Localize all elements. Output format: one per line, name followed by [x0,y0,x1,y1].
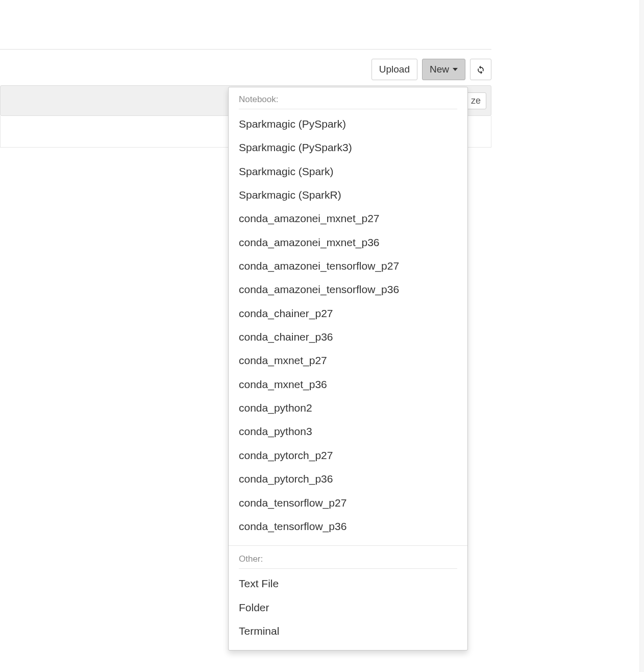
dropdown-item-other[interactable]: Terminal [229,619,467,643]
chevron-down-icon [453,68,458,71]
dropdown-item-notebook[interactable]: Sparkmagic (PySpark) [229,112,467,136]
divider [229,545,467,546]
dropdown-item-notebook[interactable]: conda_chainer_p36 [229,325,467,349]
dropdown-item-other[interactable]: Folder [229,596,467,619]
refresh-icon [476,64,486,75]
dropdown-item-notebook[interactable]: conda_amazonei_mxnet_p27 [229,207,467,230]
dropdown-item-notebook[interactable]: conda_tensorflow_p36 [229,515,467,538]
size-column-header[interactable]: ze [465,92,486,109]
dropdown-item-notebook[interactable]: conda_mxnet_p36 [229,373,467,396]
divider [239,109,457,109]
viewport: Upload New ze Notebook: Sparkmagic (PySp… [0,0,644,672]
dropdown-item-notebook[interactable]: conda_tensorflow_p27 [229,491,467,515]
dropdown-item-notebook[interactable]: Sparkmagic (SparkR) [229,183,467,207]
dropdown-item-notebook[interactable]: conda_amazonei_mxnet_p36 [229,231,467,254]
upload-label: Upload [379,64,410,75]
dropdown-item-notebook[interactable]: conda_amazonei_tensorflow_p27 [229,254,467,278]
notebook-items-container: Sparkmagic (PySpark)Sparkmagic (PySpark3… [229,112,467,538]
dropdown-section-notebook: Notebook: [229,91,467,108]
upload-button[interactable]: Upload [371,59,417,80]
dropdown-item-other[interactable]: Text File [229,572,467,595]
new-label: New [430,64,449,75]
refresh-button[interactable] [470,59,491,80]
dropdown-item-notebook[interactable]: conda_amazonei_tensorflow_p36 [229,278,467,301]
dropdown-item-notebook[interactable]: conda_pytorch_p36 [229,467,467,491]
new-dropdown: Notebook: Sparkmagic (PySpark)Sparkmagic… [228,87,468,651]
dropdown-item-notebook[interactable]: conda_python2 [229,396,467,420]
dropdown-item-notebook[interactable]: Sparkmagic (PySpark3) [229,136,467,159]
toolbar: Upload New [0,50,491,85]
header-area [0,0,491,50]
vertical-scrollbar[interactable] [639,0,644,672]
dropdown-item-notebook[interactable]: conda_pytorch_p27 [229,444,467,467]
dropdown-item-notebook[interactable]: conda_mxnet_p27 [229,349,467,372]
divider [239,568,457,569]
dropdown-item-notebook[interactable]: conda_python3 [229,420,467,443]
dropdown-item-notebook[interactable]: conda_chainer_p27 [229,302,467,325]
new-button[interactable]: New [422,59,465,80]
size-column-label: ze [471,95,481,106]
dropdown-section-other: Other: [229,551,467,567]
other-items-container: Text FileFolderTerminal [229,572,467,643]
dropdown-item-notebook[interactable]: Sparkmagic (Spark) [229,160,467,183]
